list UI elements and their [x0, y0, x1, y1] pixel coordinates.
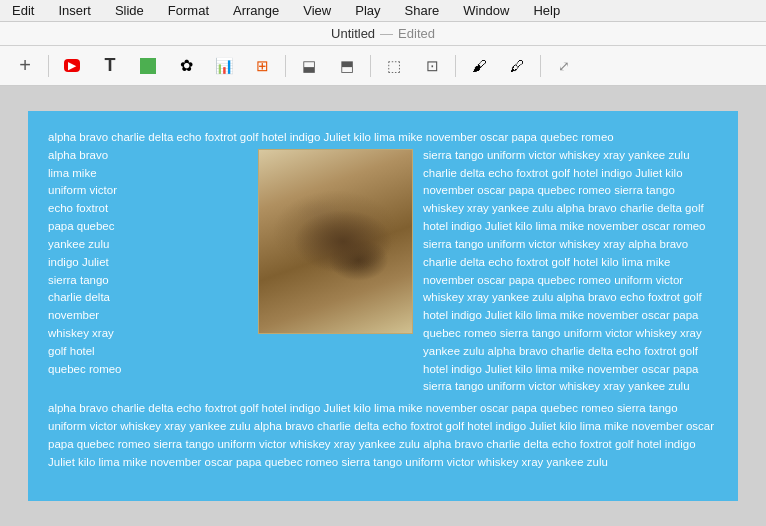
arrange-front-button[interactable]: ⬓	[292, 51, 326, 81]
youtube-icon: ▶	[64, 59, 80, 72]
slide[interactable]: alpha bravo charlie delta echo foxtrot g…	[28, 111, 738, 501]
toolbar-separator-1	[48, 55, 49, 77]
menu-arrange[interactable]: Arrange	[229, 1, 283, 20]
table-icon: ⊞	[256, 57, 269, 75]
fullscreen-button[interactable]: ⤢	[547, 51, 581, 81]
bring-forward-icon: ⬓	[302, 57, 316, 75]
plus-icon: +	[19, 54, 31, 77]
content-area: alpha bravo charlie delta echo foxtrot g…	[0, 86, 766, 526]
menu-format[interactable]: Format	[164, 1, 213, 20]
toolbar-separator-3	[370, 55, 371, 77]
menu-help[interactable]: Help	[529, 1, 564, 20]
mask-icon: ⬚	[387, 57, 401, 75]
fullscreen-icon: ⤢	[558, 58, 570, 74]
photo-button[interactable]: ✿	[169, 51, 203, 81]
mask-button[interactable]: ⬚	[377, 51, 411, 81]
color-fill-icon: 🖌	[472, 57, 487, 74]
shape-button[interactable]	[131, 51, 165, 81]
slide-content: alpha bravo charlie delta echo foxtrot g…	[48, 129, 718, 471]
food-image	[258, 149, 413, 334]
send-back-icon: ⬒	[340, 57, 354, 75]
title-bar: Untitled — Edited	[0, 22, 766, 46]
document-title: Untitled	[331, 26, 375, 41]
toolbar-separator-4	[455, 55, 456, 77]
table-button[interactable]: ⊞	[245, 51, 279, 81]
photo-icon: ✿	[180, 56, 193, 75]
menu-insert[interactable]: Insert	[54, 1, 95, 20]
color-fill-button[interactable]: 🖌	[462, 51, 496, 81]
menu-view[interactable]: View	[299, 1, 335, 20]
chart-button[interactable]: 📊	[207, 51, 241, 81]
document-status: Edited	[398, 26, 435, 41]
crop-button[interactable]: ⊡	[415, 51, 449, 81]
shape-icon	[140, 58, 156, 74]
menu-edit[interactable]: Edit	[8, 1, 38, 20]
crop-icon: ⊡	[426, 57, 439, 75]
menu-slide[interactable]: Slide	[111, 1, 148, 20]
chart-icon: 📊	[215, 57, 234, 75]
slide-middle-section: alpha bravo lima mike uniform victor ech…	[48, 147, 718, 396]
title-separator: —	[380, 26, 393, 41]
slide-left-text: alpha bravo lima mike uniform victor ech…	[48, 147, 248, 396]
color-stroke-icon: 🖊	[510, 57, 525, 74]
slide-right-text: sierra tango uniform victor whiskey xray…	[423, 147, 718, 396]
slide-bottom-text: alpha bravo charlie delta echo foxtrot g…	[48, 400, 718, 471]
toolbar-separator-2	[285, 55, 286, 77]
menu-share[interactable]: Share	[401, 1, 444, 20]
add-button[interactable]: +	[8, 51, 42, 81]
text-button[interactable]: T	[93, 51, 127, 81]
menu-play[interactable]: Play	[351, 1, 384, 20]
toolbar-separator-5	[540, 55, 541, 77]
color-stroke-button[interactable]: 🖊	[500, 51, 534, 81]
text-icon: T	[105, 55, 116, 76]
arrange-back-button[interactable]: ⬒	[330, 51, 364, 81]
youtube-button[interactable]: ▶	[55, 51, 89, 81]
menu-window[interactable]: Window	[459, 1, 513, 20]
toolbar: + ▶ T ✿ 📊 ⊞ ⬓ ⬒ ⬚ ⊡ 🖌 🖊 ⤢	[0, 46, 766, 86]
menu-bar: Edit Insert Slide Format Arrange View Pl…	[0, 0, 766, 22]
slide-top-text: alpha bravo charlie delta echo foxtrot g…	[48, 129, 718, 147]
